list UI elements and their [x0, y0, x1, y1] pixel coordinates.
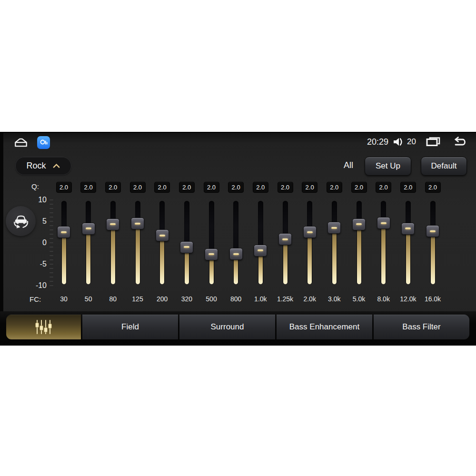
scale-tick	[50, 285, 53, 286]
thumb-grip-mark	[184, 246, 189, 248]
head-unit-screen: 20:29 20 Rock	[0, 132, 476, 346]
chevron-up-icon	[52, 163, 60, 169]
q-value-badge[interactable]: 2.0	[105, 182, 121, 193]
thumb-grip-mark	[61, 231, 67, 233]
scale-tick	[50, 225, 53, 226]
thumb-grip-mark	[258, 249, 263, 251]
freq-label: 12.0k	[395, 295, 421, 303]
freq-label: 125	[124, 295, 151, 303]
thumb-grip-mark	[86, 228, 91, 229]
eq-slider-thumb[interactable]	[131, 218, 144, 229]
eq-slider-thumb[interactable]	[352, 218, 366, 230]
thumb-grip-mark	[307, 231, 313, 233]
q-value-badge[interactable]: 2.0	[400, 182, 416, 193]
eq-slider-thumb[interactable]	[327, 222, 341, 234]
q-value-badge[interactable]: 2.0	[302, 182, 317, 193]
scale-label: 0	[25, 238, 47, 248]
status-bar: 20:29 20	[0, 135, 476, 150]
q-value-badge[interactable]: 2.0	[351, 182, 367, 193]
thumb-grip-mark	[430, 230, 436, 232]
recent-apps-icon[interactable]	[426, 136, 441, 148]
eq-slider-fill	[332, 228, 337, 284]
q-row-label: Q:	[31, 182, 39, 190]
car-surround-icon	[11, 212, 31, 230]
q-value-badge[interactable]: 2.0	[228, 182, 244, 193]
q-value-badge[interactable]: 2.0	[253, 182, 268, 193]
q-value-badge[interactable]: 2.0	[376, 182, 391, 193]
scale-tick	[50, 251, 53, 252]
volume-level: 20	[407, 137, 416, 147]
scale-tick	[50, 247, 53, 248]
clock: 20:29	[367, 137, 388, 147]
preset-label: Rock	[26, 161, 46, 171]
scale-tick	[50, 234, 53, 235]
eq-slider-thumb[interactable]	[156, 229, 169, 241]
eq-slider-thumb[interactable]	[303, 226, 317, 238]
eq-slider-fill	[136, 223, 140, 284]
thumb-grip-mark	[159, 235, 165, 237]
scale-tick	[50, 212, 53, 213]
freq-label: 80	[99, 295, 126, 303]
eq-slider-fill	[111, 224, 115, 284]
eq-slider-thumb[interactable]	[180, 241, 193, 253]
equalizer-sliders-icon	[33, 319, 54, 335]
scale-tick	[50, 238, 53, 239]
eq-slider-thumb[interactable]	[377, 217, 390, 229]
back-icon[interactable]	[452, 136, 467, 148]
q-value-badge[interactable]: 2.0	[278, 182, 293, 193]
thumb-grip-mark	[405, 228, 411, 229]
scale-label: 10	[25, 195, 47, 205]
tab-surround[interactable]: Surround	[179, 315, 275, 339]
q-value-badge[interactable]: 2.0	[56, 182, 72, 193]
eq-slider-thumb[interactable]	[205, 248, 218, 260]
all-toggle[interactable]: All	[344, 160, 353, 170]
eq-slider-thumb[interactable]	[426, 225, 439, 237]
sound-field-button[interactable]	[6, 206, 36, 236]
scale-tick	[50, 229, 53, 230]
tab-bass-filter[interactable]: Bass Filter	[374, 315, 469, 339]
scale-tick	[50, 277, 53, 278]
eq-slider-thumb[interactable]	[278, 233, 292, 245]
eq-slider-thumb[interactable]	[82, 223, 95, 235]
eq-slider-thumb[interactable]	[229, 248, 243, 260]
tab-field[interactable]: Field	[82, 315, 178, 339]
scale-tick	[50, 264, 53, 265]
equalizer-app-icon[interactable]	[37, 136, 50, 149]
eq-slider-fill	[62, 232, 66, 284]
q-value-badge[interactable]: 2.0	[179, 182, 195, 193]
q-value-badge[interactable]: 2.0	[80, 182, 96, 193]
preset-dropdown[interactable]: Rock	[15, 157, 71, 175]
freq-label: 16.0k	[419, 295, 446, 303]
tab-bass-enhancement[interactable]: Bass Enhancement	[277, 315, 372, 339]
eq-slider-thumb[interactable]	[106, 218, 119, 230]
scale-tick	[50, 259, 53, 260]
q-value-badge[interactable]: 2.0	[130, 182, 146, 193]
scale-tick	[50, 199, 53, 200]
tab-equalizer[interactable]	[6, 315, 81, 339]
freq-label: 5.0k	[346, 295, 372, 303]
freq-label: 1.25k	[272, 295, 298, 303]
speaker-icon[interactable]	[393, 137, 404, 147]
eq-slider-thumb[interactable]	[401, 223, 415, 235]
q-value-badge[interactable]: 2.0	[154, 182, 170, 193]
freq-label: 200	[149, 295, 176, 303]
home-icon[interactable]	[12, 137, 30, 149]
default-button[interactable]: Default	[421, 157, 467, 176]
q-value-badge[interactable]: 2.0	[204, 182, 219, 193]
eq-slider-fill	[406, 228, 410, 284]
freq-label: 500	[198, 295, 225, 303]
thumb-grip-mark	[356, 223, 362, 225]
scale-tick	[50, 255, 53, 256]
scale-tick	[50, 208, 53, 209]
eq-slider-thumb[interactable]	[57, 226, 70, 238]
scale-tick	[50, 281, 53, 282]
q-value-badge[interactable]: 2.0	[425, 182, 441, 193]
thumb-grip-mark	[135, 223, 140, 225]
scale-tick	[50, 221, 53, 222]
scale-tick	[50, 217, 53, 218]
scale-tick	[50, 242, 53, 243]
eq-slider-fill	[307, 232, 312, 284]
eq-slider-thumb[interactable]	[254, 245, 267, 257]
q-value-badge[interactable]: 2.0	[327, 182, 342, 193]
setup-button[interactable]: Set Up	[365, 157, 411, 176]
